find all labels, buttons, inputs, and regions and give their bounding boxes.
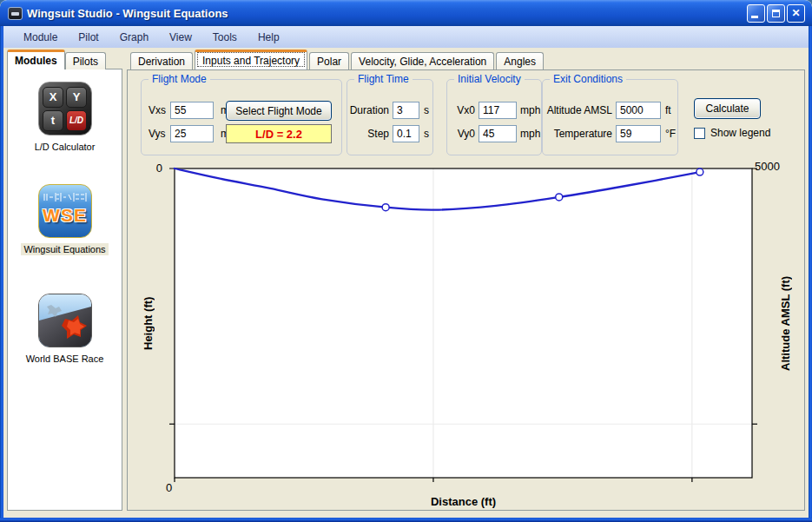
menu-bar: Module Pilot Graph View Tools Help <box>3 26 809 48</box>
menu-module[interactable]: Module <box>14 28 67 47</box>
tab-modules[interactable]: Modules <box>7 50 65 69</box>
window-border-bottom <box>0 518 812 522</box>
x-axis-title-distance: Distance (ft) <box>175 495 752 508</box>
menu-view[interactable]: View <box>160 28 201 47</box>
menu-graph[interactable]: Graph <box>110 28 158 47</box>
step-input[interactable] <box>393 125 419 142</box>
vy0-unit: mph <box>520 128 540 140</box>
temperature-unit: °F <box>665 128 676 140</box>
step-label: Step <box>347 128 389 140</box>
vx0-unit: mph <box>520 104 540 116</box>
x-axis-tick-0: 0 <box>166 481 172 494</box>
menu-pilot[interactable]: Pilot <box>69 28 108 47</box>
trajectory-chart-svg <box>166 160 765 495</box>
vx0-label: Vx0 <box>447 104 475 116</box>
duration-input[interactable] <box>393 102 419 119</box>
vy0-input[interactable] <box>479 125 517 142</box>
main-tabstrip: Derivation Inputs and Trajectory Polar V… <box>130 50 544 69</box>
modules-panel: X Y t L/D L/D Calculator WSE W <box>7 69 122 511</box>
vxs-input[interactable] <box>170 102 214 119</box>
ld-key-x: X <box>43 87 63 108</box>
module-label: World BASE Race <box>23 353 107 365</box>
ld-key-y: Y <box>66 87 87 108</box>
close-button[interactable]: ✕ <box>787 4 805 23</box>
app-icon <box>8 7 23 20</box>
module-world-base-race[interactable]: World BASE Race <box>8 294 122 365</box>
title-bar: Wingsuit Studio - Wingsuit Equations ✕ <box>0 0 812 26</box>
module-wingsuit-equations[interactable]: WSE Wingsuit Equations <box>8 184 122 255</box>
module-label: L/D Calculator <box>32 141 98 153</box>
world-base-race-icon <box>38 294 92 347</box>
window-title: Wingsuit Studio - Wingsuit Equations <box>27 7 228 20</box>
initial-velocity-group: Initial Velocity Vx0 mph Vy0 mph <box>446 79 542 155</box>
step-unit: s <box>424 128 429 140</box>
left-tabstrip: Modules Pilots <box>7 50 106 69</box>
altitude-unit: ft <box>665 104 671 116</box>
minimize-icon <box>751 16 758 18</box>
vx0-input[interactable] <box>479 102 517 119</box>
module-ld-calculator[interactable]: X Y t L/D L/D Calculator <box>8 82 122 153</box>
menu-help[interactable]: Help <box>248 28 289 47</box>
ld-calculator-icon: X Y t L/D <box>38 82 92 135</box>
module-label-selected: Wingsuit Equations <box>21 243 108 255</box>
ld-key-t: t <box>43 110 63 131</box>
altitude-amsl-label: Altitude AMSL <box>543 104 612 116</box>
minimize-button[interactable] <box>747 4 765 23</box>
tab-polar[interactable]: Polar <box>309 52 349 69</box>
right-axis-tick-5000: 5000 <box>755 160 780 173</box>
flight-time-title: Flight Time <box>354 73 413 85</box>
close-icon: ✕ <box>791 7 800 19</box>
duration-label: Duration <box>347 104 389 116</box>
select-flight-mode-button[interactable]: Select Flight Mode <box>226 101 332 121</box>
window-border-left <box>0 24 3 522</box>
flight-mode-title: Flight Mode <box>149 73 210 85</box>
tab-inputs-and-trajectory[interactable]: Inputs and Trajectory <box>195 50 307 69</box>
y-axis-title-height: Height (ft) <box>140 168 155 478</box>
initial-velocity-title: Initial Velocity <box>454 73 525 85</box>
y-axis-title-altitude: Altitude AMSL (ft) <box>777 168 793 478</box>
tab-derivation[interactable]: Derivation <box>130 52 193 69</box>
ld-key-ld: L/D <box>66 110 87 131</box>
calculate-button[interactable]: Calculate <box>694 98 761 119</box>
vys-label: Vys <box>149 128 166 140</box>
vxs-label: Vxs <box>149 104 166 116</box>
window-border-right <box>809 24 812 522</box>
flight-time-group: Flight Time Duration s Step s <box>347 79 433 155</box>
tab-angles[interactable]: Angles <box>496 52 544 69</box>
menu-tools[interactable]: Tools <box>203 28 247 47</box>
vys-input[interactable] <box>170 125 214 142</box>
wse-logo-text: WSE <box>43 205 87 226</box>
wingsuit-equations-icon: WSE <box>38 184 92 238</box>
exit-conditions-group: Exit Conditions Altitude AMSL ft Tempera… <box>542 79 678 155</box>
exit-conditions-title: Exit Conditions <box>550 73 626 85</box>
show-legend-checkbox[interactable] <box>694 128 705 139</box>
show-legend-label: Show legend <box>710 127 770 139</box>
ld-ratio-display: L/D = 2.2 <box>226 124 332 143</box>
temperature-input[interactable] <box>616 125 661 142</box>
tab-pilots[interactable]: Pilots <box>65 52 106 69</box>
flight-mode-group: Flight Mode Vxs mph Vys mph Select Fligh… <box>141 79 342 155</box>
altitude-amsl-input[interactable] <box>616 102 661 119</box>
tab-velocity-glide-acceleration[interactable]: Velocity, Glide, Acceleration <box>351 52 494 69</box>
maximize-button[interactable] <box>767 4 785 23</box>
app-window: Wingsuit Studio - Wingsuit Equations ✕ M… <box>0 0 812 522</box>
temperature-label: Temperature <box>543 128 612 140</box>
inputs-trajectory-page: Flight Mode Vxs mph Vys mph Select Fligh… <box>127 69 805 511</box>
duration-unit: s <box>424 104 429 116</box>
wse-formula-graphic <box>43 191 88 203</box>
maximize-icon <box>772 10 780 17</box>
vy0-label: Vy0 <box>447 128 475 140</box>
